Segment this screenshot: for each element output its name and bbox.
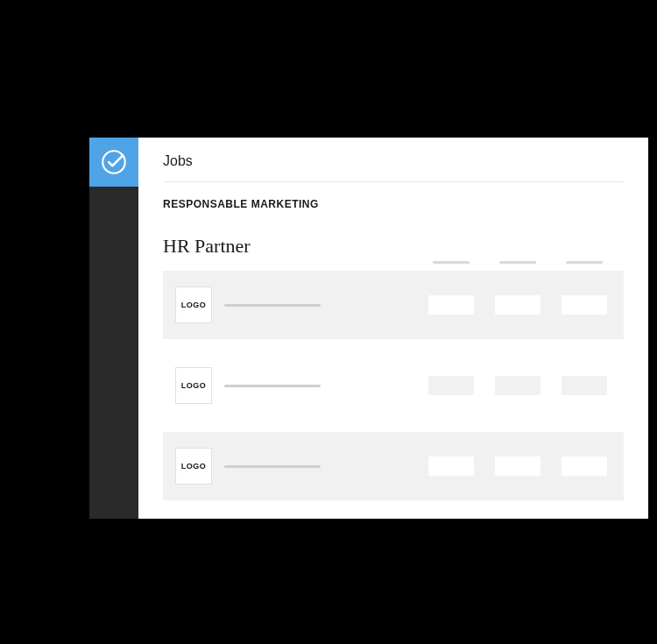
column-header[interactable] [424, 261, 478, 264]
item-cell [557, 456, 611, 476]
item-cell [557, 376, 611, 395]
item-cell [424, 456, 478, 476]
item-cell [491, 456, 545, 476]
column-header[interactable] [557, 261, 611, 264]
list-item[interactable]: LOGO [163, 351, 624, 420]
company-logo: LOGO [175, 448, 212, 485]
app-logo[interactable] [89, 138, 138, 187]
company-logo: LOGO [175, 287, 212, 323]
column-header[interactable] [491, 261, 545, 264]
main-content: Jobs RESPONSABLE MARKETING HR Partner LO… [138, 138, 648, 519]
page-title: Jobs [163, 153, 624, 182]
section-title: HR Partner [163, 235, 624, 258]
item-name [224, 304, 412, 307]
sidebar [89, 138, 138, 519]
item-cell [557, 295, 611, 315]
item-name [224, 465, 412, 468]
item-cell [424, 295, 478, 315]
svg-point-0 [102, 151, 125, 173]
list-item[interactable]: LOGO [163, 432, 624, 500]
item-cell [491, 376, 545, 395]
app-window: Jobs RESPONSABLE MARKETING HR Partner LO… [89, 138, 648, 519]
list-item[interactable]: LOGO [163, 271, 624, 339]
item-cell [491, 295, 545, 315]
item-cell [424, 376, 478, 395]
company-logo: LOGO [175, 367, 212, 404]
checkmark-circle-icon [99, 147, 129, 177]
list-header [163, 261, 624, 271]
item-name [224, 385, 412, 387]
breadcrumb[interactable]: RESPONSABLE MARKETING [163, 198, 624, 210]
